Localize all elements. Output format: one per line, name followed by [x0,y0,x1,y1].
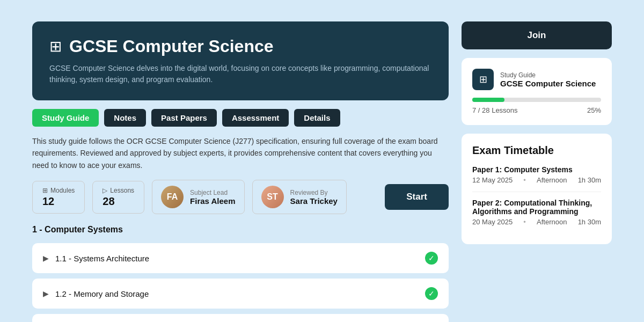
paper-2-time: Afternoon [537,218,567,226]
paper-1-time: Afternoon [537,176,567,184]
complete-check: ✓ [425,287,438,300]
tabs-row: Study Guide Notes Past Papers Assessment… [32,109,449,127]
section-title: 1 - Computer Systems [32,225,449,235]
play-icon: ▶ [43,289,49,298]
tab-notes[interactable]: Notes [104,109,146,127]
progress-lessons: 7 / 28 Lessons [472,106,518,114]
paper-1-date: 12 May 2025 [472,176,513,184]
divider [472,192,601,192]
subject-lead-name: Firas Aleem [190,196,236,206]
subject-lead-avatar: FA [161,186,184,208]
lessons-value: 28 [103,195,114,208]
meta-row: ⊞ Modules 12 ▷ Lessons 28 FA Subject Lea… [32,180,449,214]
paper-2-duration: 1h 30m [578,218,601,226]
reviewed-by-box: ST Reviewed By Sara Trickey [252,180,347,214]
progress-bar-fill [472,98,504,102]
lesson-name: 1.2 - Memory and Storage [55,289,149,298]
exam-timetable-title: Exam Timetable [472,144,601,157]
paper-2-title: Paper 2: Computational Thinking, Algorit… [472,199,601,216]
course-icon: ⊞ [49,38,62,55]
lesson-item[interactable]: ▶ 1.3 - Computer Networks, Connections a… [32,314,449,322]
modules-label: ⊞ Modules [42,187,75,194]
cpu-icon: ⊞ [479,74,487,85]
course-description: GCSE Computer Science delves into the di… [49,63,431,85]
play-circle-icon: ▷ [103,187,107,194]
lesson-item[interactable]: ▶ 1.2 - Memory and Storage ✓ [32,279,449,309]
study-description: This study guide follows the OCR GCSE Co… [32,135,449,171]
course-title: GCSE Computer Science [69,36,274,56]
tab-past-papers[interactable]: Past Papers [151,109,217,127]
study-guide-title: GCSE Computer Science [500,79,596,88]
complete-check: ✓ [425,252,438,265]
header-card: ⊞ GCSE Computer Science GCSE Computer Sc… [32,21,449,100]
exam-paper-2: Paper 2: Computational Thinking, Algorit… [472,199,601,226]
sidebar: Join ⊞ Study Guide GCSE Computer Science… [462,21,612,322]
main-content: ⊞ GCSE Computer Science GCSE Computer Sc… [32,21,449,322]
lesson-item[interactable]: ▶ 1.1 - Systems Architecture ✓ [32,243,449,273]
progress-bar-background [472,98,601,102]
subject-lead-box: FA Subject Lead Firas Aleem [152,180,245,214]
progress-meta: 7 / 28 Lessons 25% [472,106,601,114]
modules-value: 12 [42,195,54,208]
tab-assessment[interactable]: Assessment [222,109,289,127]
exam-paper-1: Paper 1: Computer Systems 12 May 2025 • … [472,165,601,184]
tab-details[interactable]: Details [294,109,340,127]
join-button[interactable]: Join [462,21,612,49]
play-icon: ▶ [43,254,49,262]
paper-2-date: 20 May 2025 [472,218,513,226]
study-guide-card: ⊞ Study Guide GCSE Computer Science 7 / … [462,58,612,125]
reviewed-by-label: Reviewed By [290,189,338,196]
reviewed-by-name: Sara Trickey [290,196,338,206]
tab-study-guide[interactable]: Study Guide [32,109,99,127]
subject-lead-label: Subject Lead [190,189,236,196]
paper-1-title: Paper 1: Computer Systems [472,165,601,174]
progress-percent: 25% [587,106,601,114]
lessons-box: ▷ Lessons 28 [92,181,144,214]
study-guide-icon-box: ⊞ [472,69,494,90]
lessons-list: ▶ 1.1 - Systems Architecture ✓ ▶ 1.2 - M… [32,243,449,322]
study-guide-label: Study Guide [500,71,596,79]
lessons-label: ▷ Lessons [103,187,134,194]
grid-icon: ⊞ [42,187,48,194]
exam-timetable-card: Exam Timetable Paper 1: Computer Systems… [462,134,612,244]
modules-box: ⊞ Modules 12 [32,181,85,214]
reviewer-avatar: ST [261,186,284,208]
lesson-name: 1.1 - Systems Architecture [55,254,149,263]
paper-1-duration: 1h 30m [578,176,601,184]
start-button[interactable]: Start [385,184,449,210]
